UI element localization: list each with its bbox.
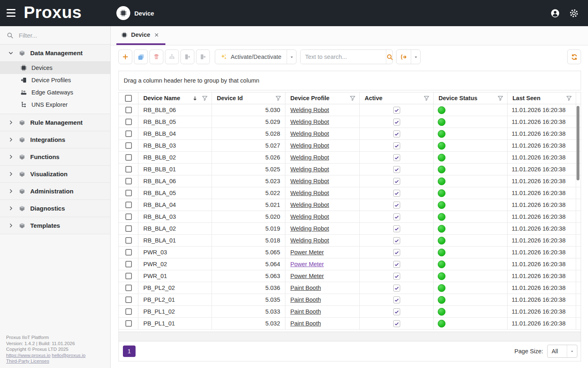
active-checkbox[interactable]	[393, 178, 400, 185]
search-button[interactable]	[386, 50, 393, 64]
device-profile-link[interactable]: Welding Robot	[290, 119, 329, 125]
active-checkbox[interactable]	[393, 237, 400, 244]
user-account-icon[interactable]	[550, 8, 560, 18]
hierarchy-button[interactable]	[165, 49, 179, 64]
horizontal-scrollbar-track[interactable]	[119, 332, 581, 341]
filter-funnel-icon[interactable]	[566, 95, 572, 101]
column-header-device-status[interactable]: Device Status	[434, 92, 508, 104]
close-icon[interactable]	[154, 32, 159, 38]
export-button[interactable]	[396, 50, 411, 64]
row-select-checkbox[interactable]	[119, 116, 138, 128]
device-profile-link[interactable]: Paint Booth	[290, 320, 321, 327]
page-size-select[interactable]: All	[547, 345, 577, 358]
filter-funnel-icon[interactable]	[497, 95, 503, 101]
sort-desc-icon[interactable]	[192, 95, 198, 101]
sidebar-group-templates[interactable]: Templates	[0, 217, 110, 234]
sidebar-item-uns-explorer[interactable]: UNS Explorer	[0, 99, 110, 111]
refresh-button[interactable]	[567, 49, 581, 64]
device-profile-link[interactable]: Welding Robot	[290, 166, 329, 173]
row-select-checkbox[interactable]	[119, 152, 138, 163]
filter-funnel-icon[interactable]	[423, 95, 430, 101]
column-header-last-seen[interactable]: Last Seen	[508, 92, 576, 104]
device-profile-link[interactable]: Welding Robot	[290, 142, 329, 149]
active-checkbox[interactable]	[393, 166, 400, 173]
row-select-checkbox[interactable]	[119, 211, 138, 222]
group-by-panel[interactable]: Drag a column header here to group by th…	[118, 71, 581, 90]
device-profile-link[interactable]: Paint Booth	[290, 296, 321, 303]
delete-button[interactable]	[149, 49, 163, 64]
row-select-checkbox[interactable]	[119, 235, 138, 246]
device-profile-link[interactable]: Paint Booth	[290, 285, 321, 291]
device-profile-link[interactable]: Welding Robot	[290, 130, 329, 137]
sidebar-item-devices[interactable]: Devices	[0, 62, 110, 74]
row-select-checkbox[interactable]	[119, 164, 138, 175]
device-profile-link[interactable]: Welding Robot	[290, 190, 329, 196]
device-profile-link[interactable]: Welding Robot	[290, 154, 329, 161]
row-select-checkbox[interactable]	[119, 247, 138, 258]
tab-device[interactable]: Device	[116, 26, 165, 45]
device-profile-link[interactable]: Welding Robot	[290, 213, 329, 220]
device-profile-link[interactable]: Power Meter	[290, 261, 324, 267]
sidebar-item-device-profiles[interactable]: Device Profiles	[0, 74, 110, 86]
active-checkbox[interactable]	[393, 296, 400, 303]
row-select-checkbox[interactable]	[119, 306, 138, 317]
column-header-device-name[interactable]: Device Name	[138, 92, 212, 104]
activate-deactivate-button[interactable]: Activate/Deactivate	[215, 50, 287, 64]
column-header-active[interactable]: Active	[360, 92, 434, 104]
vertical-scrollbar-thumb[interactable]	[577, 106, 579, 180]
device-profile-link[interactable]: Welding Robot	[290, 107, 329, 113]
row-select-checkbox[interactable]	[119, 140, 138, 151]
active-checkbox[interactable]	[393, 261, 400, 268]
active-checkbox[interactable]	[393, 285, 400, 292]
hamburger-menu-icon[interactable]	[7, 9, 16, 17]
row-select-checkbox[interactable]	[119, 258, 138, 270]
active-checkbox[interactable]	[393, 213, 400, 220]
export-dropdown-caret[interactable]	[411, 50, 420, 64]
row-select-checkbox[interactable]	[119, 294, 138, 305]
settings-gear-icon[interactable]	[569, 8, 579, 18]
row-select-checkbox[interactable]	[119, 199, 138, 211]
email-link[interactable]: hello@proxus.io	[52, 353, 86, 358]
row-select-checkbox[interactable]	[119, 104, 138, 116]
row-select-checkbox[interactable]	[119, 187, 138, 199]
active-checkbox[interactable]	[393, 107, 400, 114]
sidebar-group-functions[interactable]: Functions	[0, 148, 110, 166]
sidebar-group-integrations[interactable]: Integrations	[0, 131, 110, 148]
row-select-checkbox[interactable]	[119, 282, 138, 294]
website-link[interactable]: https://www.proxus.io	[6, 353, 51, 358]
active-checkbox[interactable]	[393, 142, 400, 149]
vertical-scrollbar-track[interactable]	[577, 105, 580, 331]
row-select-checkbox[interactable]	[119, 175, 138, 187]
active-checkbox[interactable]	[393, 202, 400, 209]
device-profile-link[interactable]: Power Meter	[290, 249, 324, 256]
sidebar-group-data-management[interactable]: Data Management	[0, 45, 110, 62]
licenses-link[interactable]: Third-Party Licenses	[6, 359, 49, 364]
active-checkbox[interactable]	[393, 130, 400, 137]
export-selected-button[interactable]	[180, 49, 194, 64]
active-checkbox[interactable]	[393, 154, 400, 161]
sidebar-item-edge-gateways[interactable]: Edge Gateways	[0, 86, 110, 99]
filter-funnel-icon[interactable]	[350, 95, 356, 101]
row-select-checkbox[interactable]	[119, 223, 138, 234]
sidebar-filter-input[interactable]	[18, 31, 101, 39]
device-profile-link[interactable]: Paint Booth	[290, 308, 321, 315]
sidebar-group-diagnostics[interactable]: Diagnostics	[0, 200, 110, 217]
active-checkbox[interactable]	[393, 249, 400, 256]
row-select-checkbox[interactable]	[119, 128, 138, 139]
column-header-device-profile[interactable]: Device Profile	[285, 92, 360, 104]
filter-funnel-icon[interactable]	[275, 95, 281, 101]
device-profile-link[interactable]: Welding Robot	[290, 202, 329, 208]
select-all-checkbox[interactable]	[119, 92, 138, 104]
export-all-button[interactable]	[196, 49, 210, 64]
search-input[interactable]	[301, 50, 386, 64]
column-header-device-id[interactable]: Device Id	[212, 92, 285, 104]
row-select-checkbox[interactable]	[119, 270, 138, 282]
page-1-button[interactable]: 1	[123, 346, 136, 357]
filter-funnel-icon[interactable]	[202, 95, 208, 101]
device-profile-link[interactable]: Welding Robot	[290, 178, 329, 184]
device-profile-link[interactable]: Power Meter	[290, 273, 324, 279]
sidebar-group-visualization[interactable]: Visualization	[0, 166, 110, 183]
sidebar-group-rule-management[interactable]: Rule Management	[0, 114, 110, 131]
device-profile-link[interactable]: Welding Robot	[290, 237, 329, 244]
device-profile-link[interactable]: Welding Robot	[290, 225, 329, 232]
